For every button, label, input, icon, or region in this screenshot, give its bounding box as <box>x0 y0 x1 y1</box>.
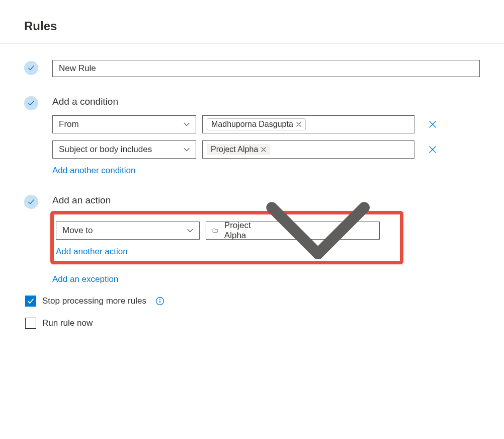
chip-label: Project Alpha <box>211 145 258 154</box>
condition-section: Add a condition From Madhuporna Dasgupta <box>24 95 480 176</box>
options: Stop processing more rules Run rule now <box>25 296 480 329</box>
condition-value-input[interactable]: Project Alpha <box>202 140 414 159</box>
run-now-checkbox[interactable] <box>25 318 36 329</box>
add-exception-link[interactable]: Add an exception <box>52 274 118 284</box>
chevron-down-icon <box>184 121 190 127</box>
chip-label: Madhuporna Dasgupta <box>211 120 293 129</box>
add-action-link[interactable]: Add another action <box>56 247 128 257</box>
divider <box>0 43 504 44</box>
remove-condition-button[interactable] <box>427 118 439 130</box>
chevron-down-icon <box>187 228 193 234</box>
close-icon[interactable] <box>261 147 266 152</box>
check-icon <box>24 195 38 209</box>
check-icon <box>24 96 38 110</box>
folder-icon <box>212 226 218 235</box>
chevron-down-icon <box>263 175 373 286</box>
svg-point-1 <box>159 299 160 300</box>
remove-condition-button[interactable] <box>427 143 439 156</box>
condition-type-label: From <box>59 119 79 129</box>
condition-value-input[interactable]: Madhuporna Dasgupta <box>202 115 414 133</box>
action-section: Add an action Move to Project Alpha <box>24 194 480 284</box>
condition-chip: Project Alpha <box>207 144 270 155</box>
run-now-label: Run rule now <box>42 318 93 328</box>
action-type-dropdown[interactable]: Move to <box>56 222 200 240</box>
highlight-annotation: Move to Project Alpha Add another act <box>50 211 403 264</box>
close-icon[interactable] <box>296 122 301 127</box>
action-row: Move to Project Alpha <box>56 222 398 240</box>
condition-row: From Madhuporna Dasgupta <box>52 115 480 133</box>
rule-name-section <box>24 60 480 77</box>
action-type-label: Move to <box>62 226 93 236</box>
condition-row: Subject or body includes Project Alpha <box>52 140 480 159</box>
rule-name-input[interactable] <box>52 60 480 77</box>
stop-processing-row: Stop processing more rules <box>25 296 480 307</box>
run-now-row: Run rule now <box>25 318 480 329</box>
page-title: Rules <box>24 19 480 33</box>
info-icon[interactable] <box>155 297 164 306</box>
condition-type-dropdown[interactable]: Subject or body includes <box>52 140 196 159</box>
condition-chip: Madhuporna Dasgupta <box>207 118 306 130</box>
svg-rect-2 <box>159 301 160 303</box>
stop-processing-label: Stop processing more rules <box>42 296 146 306</box>
stop-processing-checkbox[interactable] <box>25 296 36 307</box>
check-icon <box>24 61 38 75</box>
chevron-down-icon <box>184 147 190 153</box>
condition-heading: Add a condition <box>52 96 480 107</box>
condition-type-dropdown[interactable]: From <box>52 115 196 133</box>
condition-type-label: Subject or body includes <box>59 144 152 155</box>
action-folder-label: Project Alpha <box>224 221 258 241</box>
add-condition-link[interactable]: Add another condition <box>52 166 135 176</box>
action-folder-dropdown[interactable]: Project Alpha <box>206 222 380 240</box>
